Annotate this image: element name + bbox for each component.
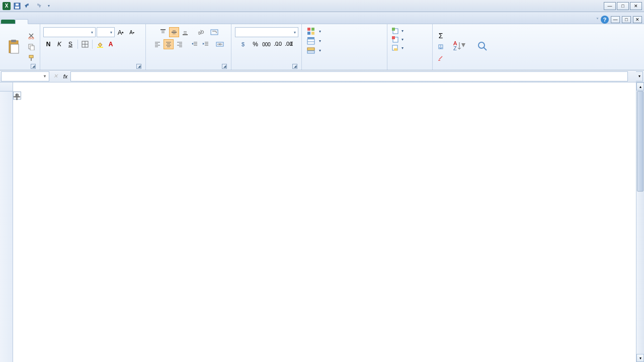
scroll-thumb[interactable] [637, 91, 643, 192]
svg-rect-63 [392, 36, 395, 39]
svg-rect-54 [311, 32, 314, 35]
delete-icon [391, 36, 398, 43]
save-icon[interactable] [13, 2, 22, 11]
workbook-restore-button[interactable]: □ [622, 16, 631, 23]
increase-decimal-icon[interactable]: .0.00 [273, 39, 283, 49]
restore-button[interactable]: □ [617, 2, 629, 10]
dialog-launcher-icon[interactable]: ◢ [136, 64, 141, 69]
help-icon[interactable]: ? [601, 16, 609, 24]
cell-styles-icon [307, 46, 315, 54]
align-right-icon[interactable] [175, 39, 185, 49]
comma-format-icon[interactable]: 000 [262, 39, 272, 49]
align-middle-icon[interactable] [169, 27, 179, 37]
tab-vista[interactable] [89, 20, 101, 24]
increase-font-icon[interactable]: A▴ [116, 27, 126, 37]
svg-rect-9 [30, 46, 34, 50]
tab-revisar[interactable] [76, 20, 89, 24]
redo-icon[interactable] [34, 2, 43, 11]
sort-filter-button[interactable]: AZ [448, 30, 470, 63]
tab-datos[interactable] [64, 20, 76, 24]
vertical-scrollbar[interactable]: ▴ ▾ [636, 82, 644, 362]
font-color-icon[interactable]: A [106, 39, 116, 49]
tab-inicio[interactable] [15, 19, 28, 24]
table-format-icon [307, 37, 315, 45]
italic-button[interactable]: K [54, 39, 64, 49]
dialog-launcher-icon[interactable]: ◢ [222, 64, 227, 69]
bold-button[interactable]: N [43, 39, 53, 49]
svg-text:.00: .00 [277, 41, 282, 47]
conditional-format-button[interactable]: ▾ [305, 27, 384, 36]
quick-access-toolbar: X ▾ [2, 2, 53, 11]
align-left-icon[interactable] [152, 39, 163, 49]
format-as-table-button[interactable]: ▾ [305, 36, 384, 45]
insert-function-icon[interactable]: fx [60, 71, 70, 81]
expand-formula-bar-icon[interactable]: ▾ [636, 71, 643, 81]
ribbon-body: ◢ ▾ ▾ A▴ A▾ N K S A ◢ [0, 24, 644, 70]
tab-insertar[interactable] [28, 20, 40, 24]
underline-button[interactable]: S [65, 39, 75, 49]
svg-text:$: $ [242, 41, 245, 47]
decrease-decimal-icon[interactable]: .00.0 [284, 39, 294, 49]
format-cells-button[interactable]: ▾ [390, 44, 429, 52]
workbook-close-button[interactable]: ✕ [633, 16, 642, 23]
increase-indent-icon[interactable] [201, 39, 211, 49]
name-box[interactable]: ▾ [1, 71, 49, 81]
svg-line-70 [484, 47, 487, 50]
minimize-button[interactable]: — [604, 2, 616, 10]
fill-icon[interactable] [436, 42, 446, 52]
workbook-minimize-button[interactable]: — [611, 16, 620, 23]
align-center-icon[interactable] [164, 39, 174, 49]
decrease-indent-icon[interactable] [190, 39, 200, 49]
borders-icon[interactable] [80, 39, 90, 49]
svg-rect-10 [29, 55, 33, 58]
font-family-combo[interactable]: ▾ [43, 27, 96, 37]
minimize-ribbon-icon[interactable]: ˅ [596, 17, 599, 23]
svg-rect-4 [11, 40, 16, 42]
select-all-corner[interactable] [0, 82, 13, 92]
svg-rect-51 [307, 28, 310, 31]
autosum-icon[interactable]: Σ [436, 31, 446, 41]
insert-cells-button[interactable]: ▾ [390, 27, 429, 35]
font-size-combo[interactable]: ▾ [97, 27, 115, 37]
row-headers [0, 92, 13, 362]
copy-icon[interactable] [26, 42, 36, 52]
clear-icon[interactable] [436, 53, 446, 63]
fill-color-icon[interactable] [95, 39, 105, 49]
qat-dropdown-icon[interactable]: ▾ [44, 2, 53, 11]
formula-bar[interactable] [70, 71, 628, 81]
cut-icon[interactable] [26, 31, 36, 41]
close-button[interactable]: ✕ [630, 2, 642, 10]
svg-text:.0: .0 [289, 41, 293, 47]
decrease-font-icon[interactable]: A▾ [127, 27, 137, 37]
undo-icon[interactable] [23, 2, 32, 11]
accounting-format-icon[interactable]: $ [239, 39, 250, 49]
tab-archivo[interactable] [1, 20, 15, 24]
svg-text:ab: ab [197, 29, 204, 36]
find-icon [475, 39, 491, 55]
scroll-down-icon[interactable]: ▾ [636, 354, 644, 362]
cells-area[interactable]: ⊞ ✛ [13, 92, 636, 362]
number-format-combo[interactable]: ▾ [235, 27, 298, 37]
tab-diseno[interactable] [40, 20, 52, 24]
svg-rect-52 [311, 28, 314, 31]
merge-center-icon[interactable] [215, 39, 225, 49]
cell-styles-button[interactable]: ▾ [305, 46, 384, 55]
insert-icon [391, 27, 398, 34]
paste-button[interactable] [3, 30, 25, 63]
find-select-button[interactable] [472, 30, 494, 63]
cancel-formula-icon[interactable]: ✕ [50, 71, 60, 81]
conditional-format-icon [307, 27, 315, 35]
percent-format-icon[interactable]: % [251, 39, 261, 49]
excel-logo-icon: X [2, 2, 11, 11]
scroll-up-icon[interactable]: ▴ [636, 82, 644, 90]
orientation-icon[interactable]: ab [195, 27, 205, 37]
format-painter-icon[interactable] [26, 53, 36, 63]
svg-rect-55 [307, 37, 314, 39]
wrap-text-icon[interactable] [209, 27, 219, 37]
dialog-launcher-icon[interactable]: ◢ [292, 64, 297, 69]
dialog-launcher-icon[interactable]: ◢ [31, 64, 36, 69]
tab-formulas[interactable] [52, 20, 64, 24]
align-bottom-icon[interactable] [180, 27, 190, 37]
align-top-icon[interactable] [158, 27, 168, 37]
delete-cells-button[interactable]: ▾ [390, 35, 429, 43]
